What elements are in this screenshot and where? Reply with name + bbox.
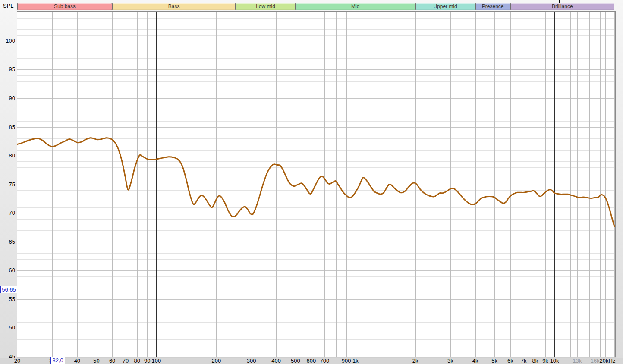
x-tick-label: 6k [507,358,513,364]
x-tick-label: 2k [412,358,418,364]
y-tick-label: 90 [0,95,15,101]
band-sub-bass[interactable]: Sub bass [17,3,112,10]
x-tick-label: 70 [123,358,129,364]
x-tick-label: 20 [14,358,20,364]
band-mid[interactable]: Mid [296,3,415,10]
y-tick-label: 75 [0,182,15,188]
plot-area[interactable] [17,11,616,357]
band-brilliance[interactable]: Brilliance [510,3,614,10]
cursor-frequency-readout: 32,0 [50,357,65,364]
x-tick-label: 300 [247,358,256,364]
x-tick-label: 700 [320,358,329,364]
x-tick-label: 10k [550,358,559,364]
x-tick-label: 7k [521,358,527,364]
chart-canvas [17,12,615,357]
x-tick-label: 60 [109,358,115,364]
x-tick-label: 3k [447,358,453,364]
x-tick-label: 100 [152,358,161,364]
x-tick-label: 20kHz [600,358,616,364]
x-tick-label: 80 [134,358,140,364]
band-low-mid[interactable]: Low mid [236,3,296,10]
x-tick-label: 8k [532,358,538,364]
band-upper-mid[interactable]: Upper mid [415,3,475,10]
x-tick-label: 9k [542,358,548,364]
x-tick-label: 600 [307,358,316,364]
y-tick-label: 100 [0,38,15,44]
y-tick-label: 60 [0,267,15,273]
cursor-spl-readout: 56,65 [0,286,17,293]
y-tick-label: 85 [0,124,15,130]
x-tick-label: 40 [74,358,80,364]
spl-analyzer-window: SPL Sub bassBassLow midMidUpper midPrese… [0,0,623,364]
frequency-bands-bar: Sub bassBassLow midMidUpper midPresenceB… [17,3,615,10]
x-tick-label: 16k [591,358,600,364]
y-tick-label: 80 [0,153,15,159]
spl-axis-title: SPL [3,3,14,9]
y-tick-label: 65 [0,239,15,245]
x-tick-label: 5k [491,358,497,364]
y-tick-label: 70 [0,210,15,216]
y-tick-label: 55 [0,296,15,302]
x-tick-label: 200 [211,358,221,364]
x-tick-label: 1k [352,358,359,364]
x-axis-labels: 2030405060708090100200300400500600700900… [0,358,623,364]
x-tick-label: 4k [472,358,478,364]
band-presence[interactable]: Presence [475,3,510,10]
x-tick-label: 90 [144,358,150,364]
band-bass[interactable]: Bass [112,3,236,10]
x-tick-label: 900 [342,358,351,364]
y-tick-label: 95 [0,66,15,72]
mouse-cursor-marker [559,0,560,3]
x-tick-label: 13k [573,358,582,364]
x-tick-label: 50 [93,358,99,364]
y-tick-label: 50 [0,325,15,331]
x-tick-label: 400 [271,358,281,364]
x-tick-label: 500 [291,358,300,364]
